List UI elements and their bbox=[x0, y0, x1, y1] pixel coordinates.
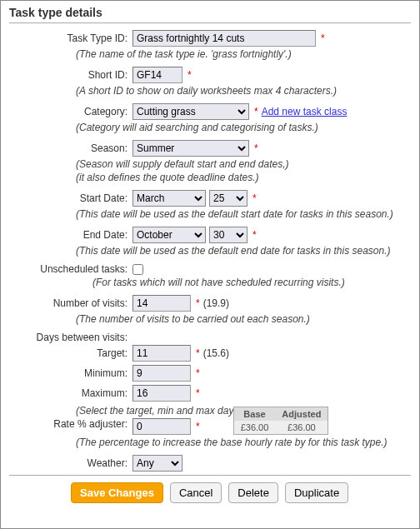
unscheduled-checkbox[interactable] bbox=[132, 264, 143, 275]
category-label: Category: bbox=[9, 106, 132, 117]
rate-base-header: Base bbox=[233, 407, 275, 422]
season-hint-1: (Season will supply default start and en… bbox=[76, 158, 411, 170]
category-hint: (Category will aid searching and categor… bbox=[76, 122, 411, 133]
required-marker: * bbox=[196, 297, 200, 309]
save-button[interactable]: Save Changes bbox=[71, 482, 163, 503]
task-type-id-hint: (The name of the task type ie. 'grass fo… bbox=[76, 48, 411, 60]
rate-label: Rate % adjuster: bbox=[9, 418, 132, 430]
category-select[interactable]: Cutting grass bbox=[132, 103, 249, 120]
visits-label: Number of visits: bbox=[9, 297, 132, 309]
end-day-select[interactable]: 30 bbox=[209, 227, 248, 243]
target-input[interactable] bbox=[132, 345, 191, 362]
action-bar: Save Changes Cancel Delete Duplicate bbox=[9, 482, 411, 503]
cancel-button[interactable]: Cancel bbox=[170, 482, 222, 503]
season-select[interactable]: Summer bbox=[132, 140, 249, 157]
required-marker: * bbox=[254, 142, 258, 154]
visits-input[interactable] bbox=[132, 295, 191, 312]
delete-button[interactable]: Delete bbox=[228, 482, 278, 503]
rate-input[interactable] bbox=[132, 418, 191, 435]
maximum-label: Maximum: bbox=[9, 387, 132, 399]
task-type-id-input[interactable] bbox=[132, 30, 316, 47]
weather-label: Weather: bbox=[9, 457, 132, 469]
minimum-label: Minimum: bbox=[9, 367, 132, 379]
minimum-input[interactable] bbox=[132, 365, 191, 382]
rate-table: Base Adjusted £36.00 £36.00 bbox=[233, 407, 329, 435]
duplicate-button[interactable]: Duplicate bbox=[285, 482, 348, 503]
maximum-input[interactable] bbox=[132, 385, 191, 402]
target-calc: (15.6) bbox=[203, 347, 229, 359]
required-marker: * bbox=[321, 32, 325, 44]
required-marker: * bbox=[254, 106, 258, 117]
required-marker: * bbox=[196, 347, 200, 359]
rate-adjusted-value: £36.00 bbox=[275, 421, 328, 435]
end-date-hint: (This date will be used as the default e… bbox=[76, 245, 411, 257]
end-month-select[interactable]: October bbox=[132, 227, 206, 243]
start-month-select[interactable]: March bbox=[132, 190, 206, 207]
short-id-input[interactable] bbox=[132, 67, 182, 83]
end-date-label: End Date: bbox=[9, 229, 132, 241]
add-new-task-class-link[interactable]: Add new task class bbox=[262, 106, 348, 117]
visits-hint: (The number of visits to be carried out … bbox=[76, 313, 411, 325]
target-label: Target: bbox=[9, 347, 132, 359]
required-marker: * bbox=[252, 229, 257, 241]
divider bbox=[9, 22, 411, 23]
days-between-label: Days between visits: bbox=[9, 332, 132, 343]
required-marker: * bbox=[196, 421, 200, 432]
start-date-hint: (This date will be used as the default s… bbox=[76, 208, 411, 220]
required-marker: * bbox=[196, 367, 200, 379]
rate-adjusted-header: Adjusted bbox=[275, 407, 328, 422]
rate-hint: (The percentage to increase the base hou… bbox=[76, 437, 411, 448]
weather-select[interactable]: Any bbox=[132, 455, 182, 472]
task-type-details-panel: Task type details Task Type ID: * (The n… bbox=[0, 0, 420, 529]
unscheduled-label: Unscheduled tasks: bbox=[9, 263, 132, 275]
panel-title: Task type details bbox=[9, 6, 411, 19]
season-label: Season: bbox=[9, 142, 132, 154]
visits-calc: (19.9) bbox=[203, 297, 229, 309]
required-marker: * bbox=[196, 387, 200, 399]
short-id-hint: (A short ID to show on daily worksheets … bbox=[76, 85, 411, 97]
required-marker: * bbox=[252, 192, 257, 204]
short-id-label: Short ID: bbox=[9, 69, 132, 81]
task-type-id-label: Task Type ID: bbox=[9, 32, 132, 44]
start-day-select[interactable]: 25 bbox=[209, 190, 248, 207]
rate-base-value: £36.00 bbox=[233, 421, 275, 435]
divider bbox=[9, 475, 411, 476]
season-hint-2: (it also defines the quote deadline date… bbox=[76, 172, 411, 183]
unscheduled-hint: (For tasks which will not have scheduled… bbox=[92, 277, 411, 288]
required-marker: * bbox=[188, 69, 192, 81]
start-date-label: Start Date: bbox=[9, 192, 132, 204]
